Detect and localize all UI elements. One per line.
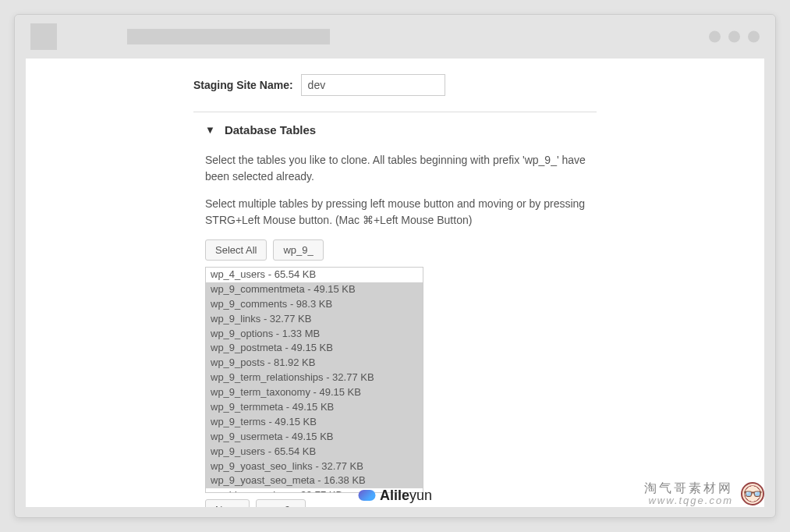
table-item[interactable]: wp_9_options - 1.33 MB <box>206 327 423 342</box>
tab-placeholder <box>30 23 57 50</box>
titlebar <box>15 15 775 59</box>
divider <box>193 112 597 112</box>
help-text-1: Select the tables you like to clone. All… <box>205 152 597 185</box>
prefix-top-button[interactable]: wp_9_ <box>273 239 323 261</box>
site-name-label: Staging Site Name: <box>193 79 293 91</box>
table-item[interactable]: wp_9_links - 32.77 KB <box>206 312 423 327</box>
table-item[interactable]: wp_9_yoast_seo_links - 32.77 KB <box>206 459 423 474</box>
table-item[interactable]: wp_9_users - 65.54 KB <box>206 445 423 459</box>
cloud-icon <box>358 490 375 501</box>
prefix-bottom-button[interactable]: wp_9_ <box>256 499 306 507</box>
site-name-row: Staging Site Name: <box>26 74 764 96</box>
top-button-row: Select All wp_9_ <box>205 239 597 261</box>
table-item[interactable]: wp_9_commentmeta - 49.15 KB <box>206 282 423 297</box>
section-title: Database Tables <box>225 123 316 137</box>
browser-window: Staging Site Name: ▼ Database Tables Sel… <box>14 14 776 518</box>
watermark: 淘气哥素材网 www.tqge.com 👓 <box>644 481 764 506</box>
table-item[interactable]: wp_4_users - 65.54 KB <box>206 268 423 282</box>
watermark-url: www.tqge.com <box>648 495 733 506</box>
table-item[interactable]: wp_9_yoast_seo_meta - 16.38 KB <box>206 473 423 488</box>
database-tables-listbox[interactable]: wp_4_users - 65.54 KBwp_9_commentmeta - … <box>205 267 423 493</box>
brand-logo: Alileyun <box>358 488 432 504</box>
close-dot[interactable] <box>748 30 760 42</box>
disclosure-triangle-icon: ▼ <box>205 124 215 136</box>
table-item[interactable]: wp_9_usermeta - 49.15 KB <box>206 430 423 445</box>
watermark-glasses-icon: 👓 <box>741 482 764 505</box>
brand-text: Alileyun <box>380 488 432 504</box>
select-all-button[interactable]: Select All <box>205 239 267 261</box>
maximize-dot[interactable] <box>728 30 740 42</box>
table-item[interactable]: wp_9_termmeta - 49.15 KB <box>206 400 423 415</box>
section-body: Select the tables you like to clone. All… <box>26 152 764 507</box>
table-item[interactable]: wp_9_term_relationships - 32.77 KB <box>206 371 423 385</box>
minimize-dot[interactable] <box>709 30 721 42</box>
site-name-input[interactable] <box>301 74 445 96</box>
none-button[interactable]: None <box>205 499 250 507</box>
table-item[interactable]: wp_9_comments - 98.3 KB <box>206 297 423 312</box>
table-item[interactable]: wp_9_postmeta - 49.15 KB <box>206 341 423 356</box>
help-text-2: Select multiple tables by pressing left … <box>205 196 597 229</box>
window-controls <box>709 30 760 42</box>
table-item[interactable]: wp_9_posts - 81.92 KB <box>206 356 423 371</box>
table-item[interactable]: wp_9_terms - 49.15 KB <box>206 415 423 430</box>
content-area: Staging Site Name: ▼ Database Tables Sel… <box>26 59 764 507</box>
database-tables-header[interactable]: ▼ Database Tables <box>26 123 764 152</box>
watermark-text-chinese: 淘气哥素材网 <box>644 481 733 495</box>
table-item[interactable]: wp_9_term_taxonomy - 49.15 KB <box>206 385 423 400</box>
address-placeholder <box>127 29 330 44</box>
